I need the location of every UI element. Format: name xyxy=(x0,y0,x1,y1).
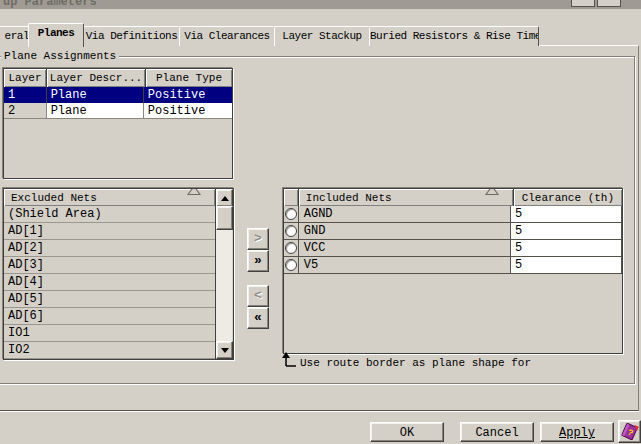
tab-via-clearances[interactable]: Via Clearances xyxy=(179,26,275,46)
arrow-up-icon xyxy=(221,196,229,201)
scrollbar-thumb[interactable] xyxy=(216,206,233,230)
included-nets-header-label: Included Nets xyxy=(306,192,392,204)
list-item[interactable]: IO2 xyxy=(4,342,215,359)
cell-clearance-input[interactable]: 5 xyxy=(511,257,622,274)
move-all-right-button[interactable]: » xyxy=(247,250,269,272)
column-header-radio xyxy=(284,189,299,206)
excluded-nets-scrollbar[interactable] xyxy=(215,189,232,359)
net-radio[interactable] xyxy=(284,240,299,257)
corner-arrow-icon xyxy=(282,352,298,368)
help-button[interactable]: ? xyxy=(618,420,641,443)
included-nets-table: Included Nets Clearance (th) AGND 5 GND … xyxy=(283,188,623,354)
maximize-button[interactable] xyxy=(597,0,621,7)
column-header-layer-description[interactable]: Layer Descr... xyxy=(47,69,146,87)
radio-button-icon xyxy=(285,208,297,220)
move-right-button[interactable]: > xyxy=(247,228,269,250)
cell-layer-description[interactable]: Plane xyxy=(47,103,144,119)
table-row[interactable]: 1 Plane Positive xyxy=(4,87,232,103)
excluded-nets-list: Excluded Nets (Shield Area) AD[1] AD[2] … xyxy=(3,188,234,360)
titlebar[interactable]: up Parameters xyxy=(0,0,641,9)
list-item[interactable]: (Shield Area) xyxy=(4,206,215,223)
plane-table-header-row: Layer Layer Descr... Plane Type xyxy=(4,69,232,87)
cell-layer[interactable]: 1 xyxy=(4,87,47,103)
plane-shape-note: Use route border as plane shape for xyxy=(300,357,531,369)
list-item[interactable]: AD[2] xyxy=(4,240,215,257)
list-item[interactable]: AD[4] xyxy=(4,274,215,291)
cell-plane-type[interactable]: Positive xyxy=(144,87,232,103)
minimize-button[interactable] xyxy=(571,0,595,7)
column-header-plane-type[interactable]: Plane Type xyxy=(146,69,232,87)
column-header-clearance[interactable]: Clearance (th) xyxy=(514,189,622,206)
cell-net-name[interactable]: GND xyxy=(299,223,511,240)
cell-net-name[interactable]: VCC xyxy=(299,240,511,257)
dialog-window: up Parameters eral Planes Via Definition… xyxy=(0,0,641,444)
table-row[interactable]: V5 5 xyxy=(284,257,622,274)
net-radio[interactable] xyxy=(284,206,299,223)
cell-clearance-input[interactable]: 5 xyxy=(511,240,622,257)
radio-button-icon xyxy=(285,259,297,271)
plane-assignments-label: Plane Assignments xyxy=(1,50,119,62)
move-left-button[interactable]: < xyxy=(247,285,269,307)
cancel-button[interactable]: Cancel xyxy=(460,422,534,442)
sort-ascending-icon xyxy=(187,189,201,195)
table-row[interactable]: VCC 5 xyxy=(284,240,622,257)
ok-button[interactable]: OK xyxy=(370,422,444,442)
included-table-header-row: Included Nets Clearance (th) xyxy=(284,189,622,206)
cell-net-name[interactable]: V5 xyxy=(299,257,511,274)
column-header-included-nets[interactable]: Included Nets xyxy=(299,189,514,206)
cell-clearance-input[interactable]: 5 xyxy=(511,223,622,240)
sort-ascending-icon xyxy=(485,189,499,195)
column-header-excluded-nets[interactable]: Excluded Nets xyxy=(4,189,215,206)
table-row[interactable]: 2 Plane Positive xyxy=(4,103,232,119)
list-item[interactable]: IO1 xyxy=(4,325,215,342)
window-title: up Parameters xyxy=(3,0,97,9)
help-book-icon: ? xyxy=(620,422,639,441)
tab-planes[interactable]: Planes xyxy=(28,23,84,47)
radio-button-icon xyxy=(285,225,297,237)
cell-layer[interactable]: 2 xyxy=(4,103,47,119)
cell-clearance-input[interactable]: 5 xyxy=(511,206,622,223)
cell-layer-description[interactable]: Plane xyxy=(47,87,144,103)
table-row[interactable]: GND 5 xyxy=(284,223,622,240)
scroll-down-button[interactable] xyxy=(216,341,233,359)
table-row[interactable]: AGND 5 xyxy=(284,206,622,223)
cell-plane-type[interactable]: Positive xyxy=(144,103,232,119)
cell-net-name[interactable]: AGND xyxy=(299,206,511,223)
plane-assignments-table: Layer Layer Descr... Plane Type 1 Plane … xyxy=(3,68,233,179)
apply-button[interactable]: Apply xyxy=(540,422,614,442)
net-radio[interactable] xyxy=(284,257,299,274)
list-item[interactable]: AD[6] xyxy=(4,308,215,325)
arrow-down-icon xyxy=(221,348,229,353)
list-item[interactable]: AD[5] xyxy=(4,291,215,308)
excluded-nets-header-label: Excluded Nets xyxy=(11,192,97,204)
scroll-up-button[interactable] xyxy=(216,189,233,207)
radio-button-icon xyxy=(285,242,297,254)
list-item[interactable]: AD[3] xyxy=(4,257,215,274)
tab-layer-stackup[interactable]: Layer Stackup xyxy=(274,26,370,46)
column-header-layer[interactable]: Layer xyxy=(4,69,47,87)
move-all-left-button[interactable]: « xyxy=(247,307,269,329)
tab-buried-resistors[interactable]: Buried Resistors & Rise Time xyxy=(369,26,539,46)
net-radio[interactable] xyxy=(284,223,299,240)
tab-via-definitions[interactable]: Via Definitions xyxy=(83,26,180,46)
list-item[interactable]: AD[1] xyxy=(4,223,215,240)
